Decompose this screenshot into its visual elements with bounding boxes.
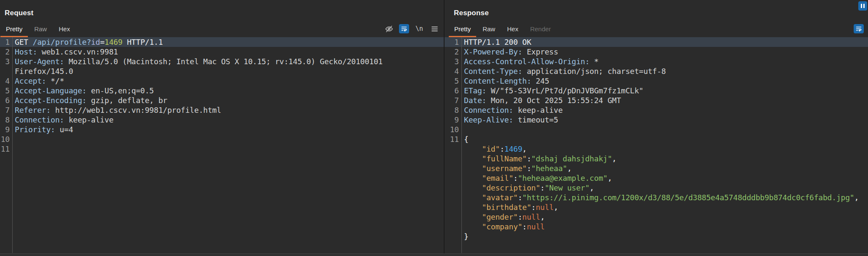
response-editor[interactable]: 1HTTP/1.1 200 OK2X-Powered-By: Express3A…: [445, 37, 868, 253]
line-number: 7: [445, 95, 461, 105]
tab-render: Render: [524, 22, 557, 37]
line-number: 11: [0, 144, 12, 154]
response-tabs: PrettyRawHexRender: [445, 22, 557, 37]
line-text: GET /api/profile?id=1469 HTTP/1.1: [12, 37, 444, 47]
line-text: Priority: u=4: [12, 125, 444, 134]
hide-elements-icon[interactable]: [384, 24, 394, 33]
code-line: "company":null: [445, 222, 868, 231]
response-toolbar: [854, 24, 868, 37]
code-line: "gender":null,: [445, 212, 868, 222]
gutter-divider: [461, 37, 462, 253]
line-number: 11: [445, 134, 461, 144]
line-number: 3: [0, 57, 12, 76]
pause-icon[interactable]: [858, 1, 867, 11]
code-line: 4Content-Type: application/json; charset…: [445, 66, 868, 76]
newline-label: \n: [415, 25, 423, 33]
line-number: 5: [445, 76, 461, 86]
line-text: }: [461, 231, 868, 241]
line-text: User-Agent: Mozilla/5.0 (Macintosh; Inte…: [12, 57, 444, 76]
tab-hex[interactable]: Hex: [53, 22, 76, 37]
line-number: [445, 163, 461, 173]
line-text: "gender":null,: [461, 212, 868, 222]
line-text: Host: web1.cscv.vn:9981: [12, 47, 444, 57]
line-text: Accept-Language: en-US,en;q=0.5: [12, 86, 444, 95]
code-line: 10: [0, 134, 444, 144]
line-text: Connection: keep-alive: [461, 105, 868, 115]
response-tabbar: PrettyRawHexRender: [445, 22, 868, 37]
menu-icon[interactable]: [429, 24, 439, 33]
line-text: Accept: */*: [12, 76, 444, 86]
code-line: 4Accept: */*: [0, 76, 444, 86]
code-line: 3User-Agent: Mozilla/5.0 (Macintosh; Int…: [0, 57, 444, 76]
line-text: "email":"heheaa@example.com",: [461, 173, 868, 183]
code-line: 8Connection: keep-alive: [0, 115, 444, 125]
pause-bar: [861, 4, 862, 8]
tab-raw[interactable]: Raw: [28, 22, 53, 37]
line-text: [12, 144, 444, 154]
request-tabbar: PrettyRawHex: [0, 22, 444, 37]
code-line: "email":"heheaa@example.com",: [445, 173, 868, 183]
line-number: 4: [445, 66, 461, 76]
code-line: "avatar":"https://i.pinimg.com/1200x/d3/…: [445, 193, 868, 202]
soft-wrap-icon[interactable]: [854, 24, 864, 33]
code-line: 9Priority: u=4: [0, 125, 444, 134]
line-number: [445, 212, 461, 222]
code-line: "description":"New user",: [445, 183, 868, 193]
tab-hex[interactable]: Hex: [501, 22, 524, 37]
http-message-viewer: Request PrettyRawHex: [0, 0, 868, 256]
line-number: 4: [0, 76, 12, 86]
response-title: Response: [445, 0, 868, 17]
code-line: "fullName":"dshaj dahsjdhakj",: [445, 154, 868, 163]
code-line: 3Access-Control-Allow-Origin: *: [445, 57, 868, 66]
code-line: 6ETag: W/"f5-S3VrL/Pt7d/pDnJVBGm7fz1mCLk…: [445, 86, 868, 95]
line-number: [445, 222, 461, 231]
request-tabs: PrettyRawHex: [0, 22, 76, 37]
tab-pretty[interactable]: Pretty: [448, 22, 477, 37]
newline-visualization-icon[interactable]: \n: [414, 24, 424, 33]
line-number: 1: [0, 37, 12, 47]
line-number: 8: [445, 105, 461, 115]
line-number: 2: [445, 47, 461, 57]
tab-raw[interactable]: Raw: [477, 22, 501, 37]
line-text: "id":1469,: [461, 144, 868, 154]
line-number: [445, 183, 461, 193]
line-text: HTTP/1.1 200 OK: [461, 37, 868, 47]
line-number: 6: [445, 86, 461, 95]
code-line: 10: [445, 125, 868, 134]
tab-pretty[interactable]: Pretty: [0, 22, 28, 37]
code-line: "birthdate":null,: [445, 202, 868, 212]
line-number: 5: [0, 86, 12, 95]
code-line: 2X-Powered-By: Express: [445, 47, 868, 57]
line-text: ETag: W/"f5-S3VrL/Pt7d/pDnJVBGm7fz1mCLk": [461, 86, 868, 95]
line-number: 1: [445, 37, 461, 47]
line-number: [445, 202, 461, 212]
line-number: 8: [0, 115, 12, 125]
line-text: Keep-Alive: timeout=5: [461, 115, 868, 125]
line-text: "company":null: [461, 222, 868, 231]
soft-wrap-icon[interactable]: [399, 24, 409, 33]
line-text: [461, 125, 868, 134]
request-editor[interactable]: 1GET /api/profile?id=1469 HTTP/1.12Host:…: [0, 37, 444, 253]
line-number: 10: [445, 125, 461, 134]
code-line: 6Accept-Encoding: gzip, deflate, br: [0, 95, 444, 105]
line-text: [12, 134, 444, 144]
code-line: 7Date: Mon, 20 Oct 2025 15:55:24 GMT: [445, 95, 868, 105]
code-line: "username":"heheaa",: [445, 163, 868, 173]
line-number: [445, 193, 461, 202]
line-text: Content-Length: 245: [461, 76, 868, 86]
gutter-divider: [12, 37, 13, 253]
request-toolbar: \n: [384, 24, 444, 37]
line-number: [445, 154, 461, 163]
code-line: 8Connection: keep-alive: [445, 105, 868, 115]
code-line: }: [445, 231, 868, 241]
line-text: {: [461, 134, 868, 144]
line-text: "avatar":"https://i.pinimg.com/1200x/d3/…: [461, 193, 868, 202]
response-pane: Response PrettyRawHexRender 1HT: [445, 0, 868, 256]
line-number: 7: [0, 105, 12, 115]
line-text: Accept-Encoding: gzip, deflate, br: [12, 95, 444, 105]
line-number: 3: [445, 57, 461, 66]
line-text: "description":"New user",: [461, 183, 868, 193]
request-title: Request: [0, 0, 444, 17]
code-line: 7Referer: http://web1.cscv.vn:9981/profi…: [0, 105, 444, 115]
code-line: 2Host: web1.cscv.vn:9981: [0, 47, 444, 57]
